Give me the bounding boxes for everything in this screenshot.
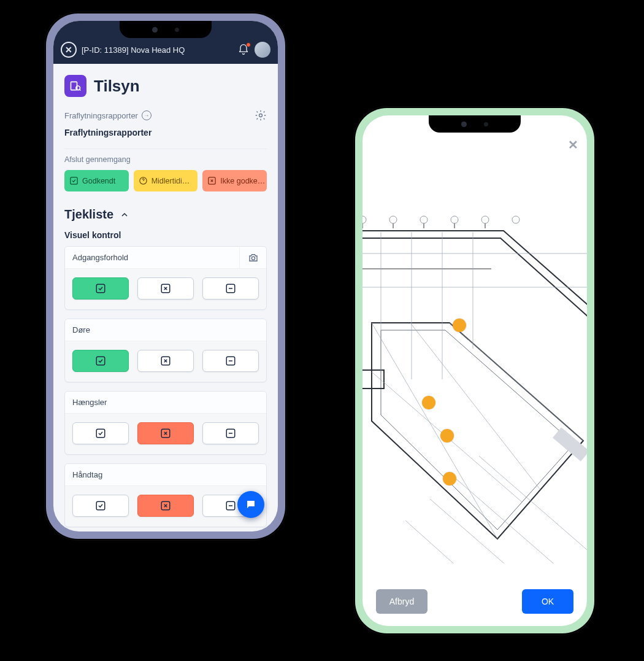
checklist-ok-button[interactable] [72, 350, 129, 372]
checklist-na-button[interactable] [202, 422, 259, 444]
checklist-bad-button[interactable] [137, 350, 194, 372]
svg-point-6 [251, 257, 255, 260]
svg-rect-16 [96, 501, 105, 510]
svg-rect-7 [96, 284, 105, 293]
checklist-ok-button[interactable] [72, 495, 129, 517]
page-subtitle: Fraflytningsrapporter [64, 128, 267, 137]
checklist-item-label: Døre [72, 325, 90, 334]
checklist-item: Døre [64, 319, 267, 382]
svg-point-23 [481, 216, 489, 223]
camera-button[interactable] [239, 247, 266, 268]
svg-point-2 [259, 114, 263, 117]
svg-point-19 [362, 216, 366, 223]
checklist-ok-button[interactable] [72, 277, 129, 300]
gear-icon[interactable] [255, 109, 267, 122]
finish-label: Afslut gennemgang [64, 155, 267, 164]
module-icon [64, 75, 86, 97]
checklist-heading: Tjekliste [64, 207, 113, 222]
notification-dot [246, 42, 251, 47]
ok-button-label: OK [542, 597, 554, 606]
cancel-button[interactable]: Afbryd [376, 589, 427, 614]
status-approved-label: Godkendt [82, 177, 115, 185]
cancel-button-label: Afbryd [389, 597, 414, 606]
chevron-up-icon [120, 210, 129, 220]
checklist-bad-button[interactable] [137, 277, 194, 300]
svg-point-22 [451, 216, 458, 223]
map-marker[interactable] [443, 472, 456, 485]
svg-point-24 [512, 216, 519, 223]
svg-rect-13 [96, 429, 105, 438]
app-logo[interactable]: ✕ [61, 42, 77, 58]
checklist-heading-row[interactable]: Tjekliste [64, 207, 267, 222]
header-title[interactable]: [P-ID: 11389] Nova Head HQ [82, 45, 232, 55]
x-square-icon [207, 176, 217, 185]
question-circle-icon [139, 176, 148, 185]
close-button[interactable]: ✕ [568, 137, 578, 152]
checklist-section: Visuel kontrol [64, 230, 267, 240]
chat-fab[interactable] [237, 491, 264, 518]
status-temporary-label: Midlertidi… [151, 177, 190, 185]
map-marker[interactable] [453, 319, 466, 332]
chat-icon [245, 499, 256, 510]
status-rejected[interactable]: Ikke godke… [202, 170, 267, 191]
map-marker[interactable] [422, 396, 435, 409]
checklist-bad-button[interactable] [137, 422, 194, 444]
checklist-item-label: Adgangsforhold [72, 253, 128, 262]
page-title: Tilsyn [94, 77, 140, 96]
checklist-item: Hængsler [64, 391, 267, 455]
checklist-item: Adgangsforhold [64, 246, 267, 310]
map-marker[interactable] [440, 429, 454, 443]
status-temporary[interactable]: Midlertidi… [134, 170, 198, 191]
checklist-item: Håndtag [64, 463, 267, 527]
ok-button[interactable]: OK [522, 589, 573, 614]
svg-rect-3 [71, 177, 77, 184]
checklist-item-label: Hængsler [72, 398, 107, 407]
checklist-item-label: Håndtag [72, 470, 102, 479]
svg-rect-10 [96, 357, 105, 365]
phone-mockup-right: ✕ [354, 107, 596, 635]
status-rejected-label: Ikke godke… [220, 177, 265, 185]
floorplan-drawing [362, 195, 587, 563]
floorplan-canvas[interactable] [362, 115, 587, 626]
avatar[interactable] [255, 42, 270, 58]
breadcrumb[interactable]: Fraflytningsrapporter [64, 111, 138, 120]
checklist-na-button[interactable] [202, 350, 259, 372]
notifications-button[interactable] [237, 44, 250, 56]
svg-point-20 [389, 216, 397, 223]
phone-mockup-left: ✕ [P-ID: 11389] Nova Head HQ Tilsyn Fraf… [45, 12, 286, 540]
checklist-na-button[interactable] [202, 277, 259, 300]
checklist-bad-button[interactable] [137, 495, 194, 517]
breadcrumb-arrow-icon: → [142, 110, 151, 120]
checklist-ok-button[interactable] [72, 422, 129, 444]
svg-point-21 [420, 216, 427, 223]
status-approved[interactable]: Godkendt [64, 170, 129, 191]
check-square-icon [69, 176, 79, 185]
